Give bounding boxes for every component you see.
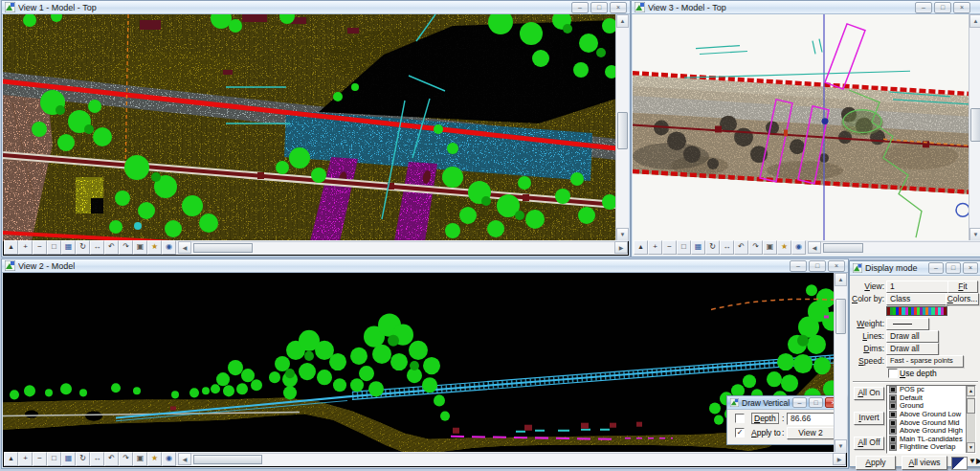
- close-icon[interactable]: ×: [953, 2, 970, 13]
- window-area-icon[interactable]: □: [677, 240, 691, 255]
- scroll-right-icon[interactable]: ▶: [833, 453, 846, 465]
- maximize-icon[interactable]: □: [946, 262, 961, 274]
- view2-profile-section[interactable]: [3, 273, 835, 453]
- zoom-out-icon[interactable]: −: [33, 452, 47, 466]
- view2-vertical-scrollbar[interactable]: ▲ ▼: [834, 273, 847, 453]
- view1-canvas[interactable]: [3, 14, 616, 241]
- depth-input[interactable]: 86.66: [787, 413, 837, 425]
- rotate-view-icon[interactable]: ↻: [76, 240, 90, 255]
- view-next-icon[interactable]: ↷: [119, 452, 133, 466]
- apply-button[interactable]: Apply: [856, 456, 896, 470]
- minimize-icon[interactable]: –: [915, 2, 932, 13]
- class-visibility-checkbox-on[interactable]: [889, 436, 897, 443]
- class-visibility-checkbox-on[interactable]: [889, 402, 897, 410]
- class-visibility-checkbox-on[interactable]: [889, 411, 897, 418]
- scroll-thumb[interactable]: [823, 243, 863, 253]
- lines-select[interactable]: Draw all: [886, 330, 939, 343]
- rotate-view-icon[interactable]: ↻: [705, 240, 720, 255]
- view-thumbnail-icon[interactable]: [951, 457, 968, 470]
- pan-view-icon[interactable]: ↔: [90, 452, 104, 466]
- scroll-up-icon[interactable]: ▲: [835, 273, 847, 286]
- select-arrow-icon[interactable]: ▴: [4, 240, 18, 255]
- zoom-in-icon[interactable]: +: [648, 240, 662, 255]
- scroll-thumb[interactable]: [967, 398, 975, 414]
- pan-view-icon[interactable]: ↔: [720, 240, 734, 255]
- scroll-down-icon[interactable]: ▼: [969, 228, 980, 241]
- window-area-icon[interactable]: □: [47, 452, 61, 466]
- scroll-up-icon[interactable]: ▲: [969, 14, 980, 28]
- speed-select[interactable]: Fast - sparse points: [886, 355, 964, 368]
- use-depth-checkbox[interactable]: [888, 369, 898, 378]
- view2-canvas[interactable]: [3, 273, 835, 453]
- view1-vertical-scrollbar[interactable]: ▲ ▼: [615, 14, 629, 241]
- depth-checkbox[interactable]: [735, 414, 745, 423]
- copy-view-icon[interactable]: ▣: [133, 240, 147, 255]
- window-area-icon[interactable]: □: [47, 240, 61, 255]
- close-icon[interactable]: ×: [828, 260, 845, 272]
- view-previous-icon[interactable]: ↶: [734, 240, 748, 255]
- fit-view-icon[interactable]: ▦: [61, 240, 76, 255]
- view-next-icon[interactable]: ↷: [119, 240, 133, 255]
- view3-canvas[interactable]: [633, 14, 969, 241]
- scroll-down-icon[interactable]: ▼: [616, 228, 629, 241]
- zoom-out-icon[interactable]: −: [662, 240, 677, 255]
- view3-titlebar[interactable]: View 3 - Model - Top – □ ×: [632, 1, 980, 14]
- copy-view-icon[interactable]: ▣: [763, 240, 777, 255]
- zoom-out-icon[interactable]: −: [33, 240, 47, 255]
- scroll-down-icon[interactable]: ▼: [967, 442, 975, 453]
- scroll-left-icon[interactable]: ◀: [178, 241, 191, 254]
- render-mode-icon[interactable]: ★: [777, 240, 791, 255]
- scroll-thumb[interactable]: [970, 108, 980, 142]
- class-visibility-checkbox-on[interactable]: [889, 443, 897, 451]
- color-by-select[interactable]: Class: [886, 293, 948, 305]
- select-arrow-icon[interactable]: ▴: [4, 452, 18, 466]
- maximize-icon[interactable]: □: [809, 260, 826, 272]
- zoom-in-icon[interactable]: +: [18, 240, 33, 255]
- scroll-right-icon[interactable]: ▶: [614, 241, 628, 254]
- class-visibility-checkbox-on[interactable]: [889, 419, 897, 427]
- view2-horizontal-scrollbar[interactable]: ◀ ▶: [178, 453, 846, 465]
- minimize-icon[interactable]: –: [571, 2, 589, 13]
- view2-titlebar[interactable]: View 2 - Model – □ ×: [2, 259, 848, 273]
- render-mode-icon[interactable]: ★: [147, 452, 162, 466]
- all-off-button[interactable]: All Off: [854, 437, 884, 450]
- scroll-left-icon[interactable]: ◀: [808, 241, 821, 254]
- class-visibility-checkbox-on[interactable]: [889, 394, 897, 402]
- scroll-thumb[interactable]: [193, 243, 253, 253]
- fit-view-icon[interactable]: ▦: [61, 452, 76, 466]
- view3-horizontal-scrollbar[interactable]: ◀: [808, 241, 980, 254]
- view1-titlebar[interactable]: View 1 - Model - Top – □ ×: [2, 1, 630, 14]
- scroll-thumb[interactable]: [835, 299, 846, 334]
- view3-ortho-top[interactable]: [633, 14, 969, 241]
- class-visibility-checkbox-on[interactable]: [889, 386, 897, 393]
- minimize-icon[interactable]: –: [792, 397, 807, 408]
- rotate-view-icon[interactable]: ↻: [76, 452, 90, 466]
- all-views-button[interactable]: All views: [902, 456, 947, 470]
- draw-vertical-titlebar[interactable]: Draw Vertical ... – □ ×: [727, 396, 844, 410]
- flyout-icon[interactable]: ▶: [976, 456, 980, 467]
- maximize-icon[interactable]: □: [934, 2, 951, 13]
- view-previous-icon[interactable]: ↶: [104, 240, 119, 255]
- apply-to-checkbox[interactable]: ✓: [735, 428, 745, 437]
- zoom-in-icon[interactable]: +: [18, 452, 33, 466]
- display-mode-titlebar[interactable]: Display mode – □ ×: [850, 261, 980, 276]
- all-on-button[interactable]: All On: [854, 387, 884, 400]
- apply-to-view-button[interactable]: View 2: [787, 427, 835, 439]
- class-list-scrollbar[interactable]: ▲ ▼: [966, 386, 975, 453]
- class-list-item[interactable]: Flightline Overlap: [887, 443, 967, 452]
- scroll-up-icon[interactable]: ▲: [967, 386, 975, 396]
- class-visibility-checkbox-on[interactable]: [889, 427, 897, 435]
- dims-select[interactable]: Draw all: [886, 343, 939, 355]
- scroll-down-icon[interactable]: ▼: [835, 439, 847, 453]
- fit-view-icon[interactable]: ▦: [691, 240, 705, 255]
- colors-button[interactable]: Colors...: [946, 293, 979, 305]
- view-settings-icon[interactable]: ◉: [162, 240, 176, 255]
- weight-select[interactable]: [886, 318, 929, 330]
- close-icon[interactable]: ×: [963, 262, 978, 274]
- view1-horizontal-scrollbar[interactable]: ◀ ▶: [178, 241, 628, 254]
- invert-button[interactable]: Invert: [854, 412, 884, 425]
- minimize-icon[interactable]: –: [928, 262, 944, 274]
- scroll-thumb[interactable]: [617, 112, 628, 150]
- view-settings-icon[interactable]: ◉: [791, 240, 806, 255]
- class-list[interactable]: POS pcDefaultGroundAbove Ground LowAbove…: [886, 385, 976, 454]
